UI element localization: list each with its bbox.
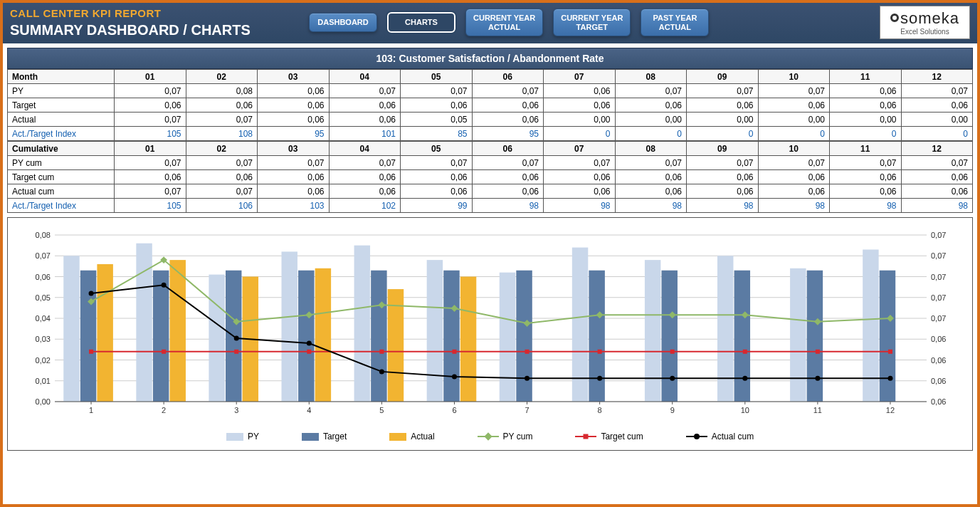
nav-dashboard[interactable]: DASHBOARD [309, 13, 377, 32]
nav-charts[interactable]: CHARTS [387, 12, 455, 33]
cell: 0,00 [901, 113, 973, 127]
legend-item: Actual [389, 432, 434, 441]
cumulative-table: Cumulative010203040506070809101112 PY cu… [7, 141, 973, 213]
month-header: 07 [544, 70, 616, 84]
cell: 0,06 [186, 170, 258, 184]
cell: 105 [115, 199, 186, 213]
svg-rect-28 [136, 244, 152, 402]
cell: 0,07 [472, 84, 544, 98]
month-header: 06 [472, 142, 544, 156]
cell: 0,06 [758, 184, 830, 199]
svg-point-117 [887, 376, 892, 381]
svg-text:0,07: 0,07 [931, 251, 946, 260]
cell: 0,06 [401, 98, 473, 113]
cell: 0 [687, 127, 759, 141]
cell: 0,07 [687, 84, 759, 98]
svg-rect-30 [282, 251, 297, 402]
svg-rect-46 [589, 271, 604, 402]
cell: 0,07 [401, 156, 473, 170]
svg-text:0,06: 0,06 [931, 356, 946, 365]
cell: 0,06 [401, 170, 473, 184]
svg-text:0,02: 0,02 [36, 356, 51, 365]
svg-rect-96 [234, 350, 238, 354]
legend-item: Actual cum [686, 432, 754, 441]
svg-rect-29 [209, 275, 224, 402]
cell: 0,06 [758, 170, 830, 184]
cell: 0,06 [758, 98, 830, 113]
row-label: Target [8, 98, 115, 113]
svg-rect-43 [371, 271, 386, 402]
svg-rect-95 [162, 350, 166, 354]
svg-text:0,07: 0,07 [931, 273, 946, 281]
row-label: PY cum [8, 156, 115, 170]
svg-rect-104 [816, 350, 820, 354]
svg-rect-48 [734, 271, 750, 402]
month-header: 01 [115, 70, 186, 84]
cell: 0 [901, 127, 973, 141]
svg-text:8: 8 [598, 406, 602, 414]
cell: 0,07 [401, 84, 473, 98]
svg-text:12: 12 [886, 406, 895, 414]
svg-text:3: 3 [234, 406, 238, 414]
svg-rect-33 [500, 273, 515, 402]
cell: 0,07 [687, 156, 759, 170]
legend-item: Target [302, 432, 347, 441]
nav-py-actual[interactable]: PAST YEAR ACTUAL [641, 9, 709, 36]
svg-rect-47 [661, 271, 677, 402]
svg-text:0,06: 0,06 [931, 377, 946, 385]
svg-text:10: 10 [741, 406, 749, 414]
month-header: 04 [329, 142, 401, 156]
cell: 0 [544, 127, 616, 141]
svg-text:5: 5 [379, 406, 384, 414]
month-header: 08 [615, 70, 687, 84]
row-label: Act./Target Index [8, 127, 115, 141]
month-header: 10 [758, 142, 830, 156]
cell: 98 [687, 199, 759, 213]
cell: 0,07 [901, 156, 973, 170]
nav-cy-actual[interactable]: CURRENT YEAR ACTUAL [465, 9, 543, 36]
cell: 0,00 [615, 113, 687, 127]
cell: 0,06 [830, 98, 902, 113]
cell: 0,08 [186, 84, 258, 98]
cell: 106 [186, 199, 258, 213]
svg-point-113 [597, 376, 602, 381]
cell: 0,07 [615, 84, 687, 98]
svg-rect-42 [298, 271, 314, 402]
cell: 0,06 [687, 98, 759, 113]
svg-rect-56 [460, 277, 476, 402]
svg-rect-36 [717, 256, 733, 402]
svg-rect-100 [525, 350, 529, 354]
nav: DASHBOARD CHARTS CURRENT YEAR ACTUAL CUR… [309, 9, 709, 36]
cell: 101 [329, 127, 401, 141]
cell: 98 [615, 199, 687, 213]
row-label: Actual cum [8, 184, 115, 199]
cell: 0,06 [615, 98, 687, 113]
cell: 0,06 [615, 170, 687, 184]
month-header: 03 [258, 70, 330, 84]
logo-icon [890, 14, 899, 22]
cell: 105 [115, 127, 186, 141]
cell: 0,07 [758, 156, 830, 170]
cell: 0,07 [329, 84, 401, 98]
logo: someka Excel Solutions [880, 6, 970, 39]
svg-rect-94 [89, 350, 93, 354]
svg-point-111 [452, 374, 457, 379]
nav-cy-target[interactable]: CURRENT YEAR TARGET [553, 9, 631, 36]
svg-rect-44 [443, 271, 459, 402]
cell: 0,06 [186, 98, 258, 113]
cell: 0,06 [472, 113, 544, 127]
svg-point-108 [234, 336, 239, 341]
month-header: 01 [115, 142, 186, 156]
cell: 0 [830, 127, 902, 141]
cell: 0,06 [329, 98, 401, 113]
cell: 0,06 [258, 113, 330, 127]
cell: 0,06 [687, 170, 759, 184]
cell: 0,06 [329, 184, 401, 199]
legend-item: PY cum [478, 432, 533, 441]
svg-point-106 [89, 291, 94, 296]
cell: 0,07 [186, 184, 258, 199]
month-header: 11 [830, 70, 902, 84]
logo-text: someka [900, 9, 959, 27]
svg-rect-37 [790, 268, 806, 402]
cell: 0,07 [329, 156, 401, 170]
